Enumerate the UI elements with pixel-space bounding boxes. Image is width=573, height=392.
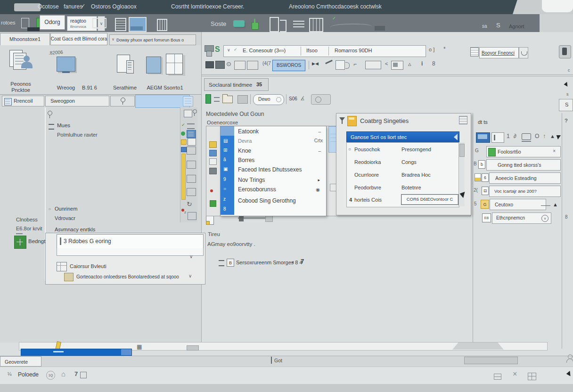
gray-box-icon[interactable] bbox=[237, 95, 248, 104]
list-icon[interactable] bbox=[293, 21, 304, 27]
panel-item-1[interactable]: Ounrinem bbox=[55, 206, 77, 212]
context-menu-item-8[interactable]: Cobood Sing Gerothng bbox=[238, 198, 324, 206]
combo-chevron-icon[interactable]: ∨ bbox=[227, 48, 230, 52]
window-outline-icon-1[interactable] bbox=[234, 61, 246, 70]
strip-outline-box-3[interactable] bbox=[187, 175, 196, 183]
context-menu-item-3[interactable]: Knoe – bbox=[238, 148, 324, 156]
target-icon[interactable]: ⊙ bbox=[226, 61, 231, 67]
dark-tool-icon-1[interactable] bbox=[205, 61, 214, 68]
left-panel-header-cell-2[interactable]: Sweogpon bbox=[45, 96, 109, 106]
status-close-icon[interactable]: × bbox=[513, 370, 517, 378]
rp-one-icon[interactable]: 1 bbox=[507, 133, 510, 139]
ribbon-tab-1[interactable]: Mhoonstoxe1 bbox=[0, 33, 50, 45]
rp-triangle-icon[interactable]: ▲ bbox=[550, 133, 555, 139]
status-box-icon[interactable] bbox=[80, 372, 87, 378]
combo-field2-value[interactable]: Ifsoo bbox=[306, 48, 318, 54]
odorg-button[interactable]: Odorg bbox=[40, 15, 65, 30]
overlay-row-1[interactable]: Caiorsur Bvleuti bbox=[70, 263, 106, 270]
teal-eraser-icon[interactable] bbox=[233, 20, 245, 27]
tree-item-1[interactable]: Mues bbox=[57, 122, 70, 129]
soste-label[interactable]: Soste bbox=[211, 21, 226, 28]
left-panel-header-right-icon[interactable] bbox=[183, 96, 193, 106]
rp-box-icon[interactable] bbox=[491, 132, 504, 143]
agnort-label[interactable]: Agnort bbox=[509, 24, 524, 30]
coating-corner-icon[interactable] bbox=[459, 116, 467, 124]
window-outline-icon-2[interactable] bbox=[247, 61, 258, 70]
folder-icon[interactable] bbox=[222, 96, 233, 103]
clipboard-icon[interactable] bbox=[336, 60, 345, 70]
s-glyph[interactable]: S bbox=[496, 22, 500, 29]
folder-yellow-icon[interactable] bbox=[209, 141, 217, 148]
rdobes-input-row2[interactable] bbox=[57, 248, 204, 256]
browser-combo-icon-box[interactable] bbox=[519, 47, 528, 58]
document-icon[interactable] bbox=[21, 18, 29, 28]
rp-row1-x-icon[interactable]: × bbox=[553, 149, 556, 154]
info-icon[interactable]: i bbox=[421, 61, 423, 66]
coating-scrollbar-thumb[interactable] bbox=[459, 144, 465, 157]
strip-outline-box-4[interactable] bbox=[187, 188, 196, 196]
rp-partial-icon[interactable]: ∂ bbox=[514, 133, 516, 139]
overlay-row2-chevron-icon[interactable]: ∨ bbox=[188, 274, 192, 278]
dark-item-icon[interactable] bbox=[209, 168, 217, 174]
table-outline-icon[interactable] bbox=[57, 262, 67, 271]
rp-row-5[interactable]: Ceutoxo bbox=[490, 199, 546, 210]
dark-tool-icon-2[interactable] bbox=[215, 61, 225, 69]
rdobes-input[interactable]: 3 Rdobes G eoring bbox=[57, 234, 204, 249]
menu-item-2[interactable]: fanures bbox=[64, 4, 82, 10]
rp-row6-circle-icon[interactable]: ∨ bbox=[541, 215, 548, 222]
context-menu-item-1[interactable]: Eatoonk – bbox=[238, 129, 324, 137]
rp-o-icon[interactable]: O bbox=[535, 133, 539, 139]
grid-window-icon[interactable] bbox=[309, 18, 323, 32]
monitor-icon[interactable] bbox=[92, 18, 106, 28]
titlebar-minimize-blob[interactable] bbox=[14, 3, 41, 11]
bottom-grid-icon[interactable]: ▦ bbox=[137, 344, 142, 350]
overlay-chevron-icon[interactable]: ∨ bbox=[189, 254, 193, 259]
bowtie-icon[interactable]: ▶◀ bbox=[312, 62, 319, 66]
got-field-value[interactable]: Got bbox=[274, 358, 282, 363]
page-fold-icon[interactable] bbox=[206, 215, 214, 225]
panel-item-3[interactable]: Asvmnacy enrtkls bbox=[55, 227, 95, 233]
context-menu-item-5[interactable]: Faceod Intes Dhutssexes bbox=[238, 167, 324, 175]
coating-row1-value[interactable]: Presorngend bbox=[401, 147, 431, 153]
pencil-icon[interactable] bbox=[325, 60, 333, 64]
blue-item-icon[interactable] bbox=[209, 150, 217, 156]
refresh-icon[interactable]: ↻ bbox=[187, 201, 192, 207]
white-item-icon[interactable] bbox=[209, 158, 217, 165]
grid-mini-icon[interactable] bbox=[470, 47, 479, 57]
rp-speech-icon[interactable] bbox=[522, 133, 531, 140]
rp-up-arrow-icon[interactable]: ↑ bbox=[543, 133, 546, 139]
radio-circle-icon[interactable]: ○ bbox=[348, 147, 351, 152]
ribbon-tab-2[interactable]: Coat Gacs edt Blimod cora bbox=[50, 33, 107, 45]
door-icon[interactable] bbox=[270, 17, 279, 32]
coating-header-bar[interactable]: Ganose Scri os liort stec bbox=[346, 131, 459, 143]
strip-outline-box-5[interactable] bbox=[188, 212, 196, 220]
bottle-icon[interactable] bbox=[252, 22, 259, 30]
tree-item-2[interactable]: Polmlulhue ravter bbox=[57, 132, 98, 138]
aegm-grid-window-icon[interactable] bbox=[166, 54, 183, 74]
menu-item-5[interactable]: Areoolono Cmrthocdacoesk coctwlsk bbox=[289, 4, 382, 10]
rounded-gray-button[interactable] bbox=[311, 94, 331, 105]
wreoog-monitor-icon[interactable] bbox=[57, 57, 75, 72]
coating-row4-value[interactable]: Botetnre bbox=[401, 185, 421, 191]
context-menu-item-4[interactable]: Borres bbox=[238, 157, 324, 165]
spreadsheet-icon[interactable] bbox=[14, 236, 26, 249]
bswords-highlighted-button[interactable]: BSWOROS bbox=[272, 60, 305, 71]
bedngt-label[interactable]: Bedngt bbox=[28, 238, 45, 245]
context-menu-item-2[interactable]: Devra Crtx bbox=[238, 138, 324, 146]
menu-item-4[interactable]: Cosrtht lomtirloexoe Cerseer. bbox=[171, 4, 244, 10]
rp-row-1[interactable]: Foolosrt6o × bbox=[486, 146, 561, 157]
pattern-box-icon[interactable] bbox=[64, 273, 74, 281]
long-box-icon[interactable] bbox=[365, 61, 381, 69]
menu-item-3[interactable]: Ostoros Ogloaoox bbox=[91, 4, 137, 10]
green-item-icon[interactable] bbox=[210, 200, 216, 207]
status-grid-icon[interactable] bbox=[528, 373, 536, 380]
combo-field3-value[interactable]: Romarros 90DH bbox=[335, 48, 372, 54]
top-right-button[interactable] bbox=[559, 45, 571, 58]
rp-row-2[interactable]: Gonng tted skorss's bbox=[486, 159, 561, 171]
flag-icon[interactable] bbox=[205, 94, 211, 104]
rp-row-4[interactable]: Voc Icartajr ane 200? bbox=[489, 186, 561, 197]
context-menu-item-7[interactable]: Eerosoborunss ◉ bbox=[238, 187, 324, 195]
context-menu-item-6[interactable]: Nov Trings ▸ bbox=[238, 177, 324, 185]
strip-blue-grid-icon[interactable] bbox=[187, 130, 196, 138]
left-panel-header-cell-1[interactable]: Rrencoil bbox=[2, 96, 44, 106]
